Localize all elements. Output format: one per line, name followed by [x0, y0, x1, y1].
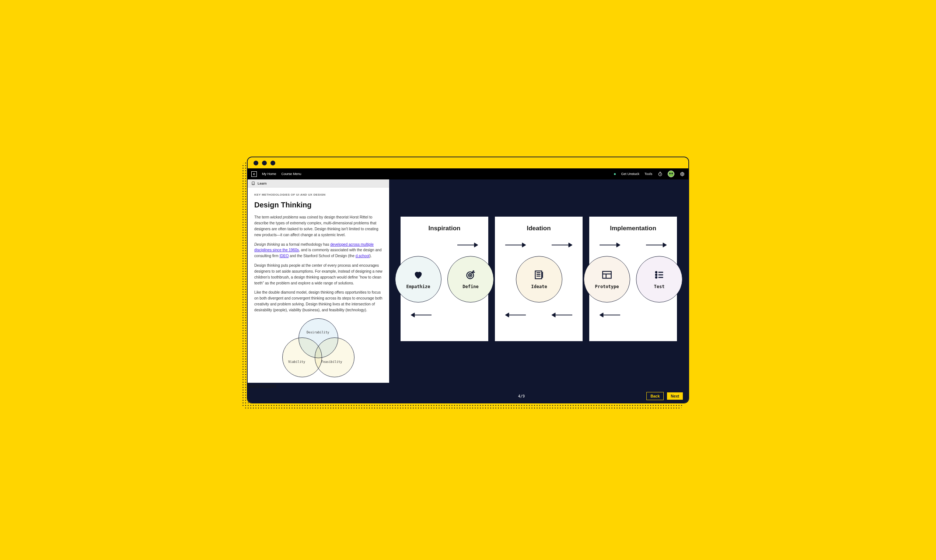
nav-my-home[interactable]: My Home [262, 172, 276, 176]
svg-marker-5 [411, 313, 414, 317]
svg-point-31 [656, 274, 657, 275]
heart-icon [413, 269, 424, 280]
stage-prototype: Prototype [584, 256, 630, 303]
article-para-1: The term wicked problems was coined by d… [254, 214, 382, 238]
book-icon [251, 181, 256, 185]
column-title-ideation: Ideation [495, 225, 583, 232]
svg-point-1 [681, 173, 682, 174]
app-root: c My Home Course Menu Get Unstuck Tools [248, 168, 688, 403]
venn-label-feasibility: Feasibility [321, 360, 342, 365]
stage-label-prototype: Prototype [595, 284, 619, 289]
stage-label-test: Test [654, 284, 665, 289]
nav-tools[interactable]: Tools [645, 172, 652, 176]
notepad-icon [534, 269, 545, 280]
stage-label-ideate: Ideate [531, 284, 547, 289]
arrow-right-icon [552, 242, 572, 249]
venn-label-viability: Viability [288, 360, 305, 365]
checklist-icon [654, 269, 665, 280]
layout-icon [601, 269, 613, 280]
svg-point-8 [470, 275, 471, 275]
article-pane: Learn KEY METHODOLOGIES OF UI AND UX DES… [248, 179, 389, 383]
column-title-inspiration: Inspiration [400, 225, 488, 232]
svg-marker-16 [552, 313, 555, 317]
svg-marker-14 [505, 313, 509, 317]
text: as a formal methodology has [280, 242, 330, 246]
text: and the Stanford School of Design (the [289, 254, 355, 258]
svg-marker-10 [522, 243, 526, 247]
pager-label: 4/9 [397, 394, 647, 398]
column-implementation: Implementation [589, 216, 677, 342]
article-scroll[interactable]: KEY METHODOLOGIES OF UI AND UX DESIGN De… [248, 188, 389, 383]
arrow-left-icon [505, 312, 526, 319]
avatar[interactable] [668, 171, 674, 177]
nav-course-menu[interactable]: Course Menu [282, 172, 302, 176]
column-inspiration: Inspiration Empathize [400, 216, 489, 342]
stage-test: Test [636, 256, 682, 303]
nav-get-unstuck[interactable]: Get Unstuck [621, 172, 639, 176]
arrow-right-icon [505, 242, 526, 249]
link-dschool[interactable]: d.school [356, 254, 369, 258]
logo[interactable]: c [251, 171, 257, 177]
svg-marker-26 [600, 313, 603, 317]
article-title: Design Thinking [254, 199, 382, 211]
term-wicked-problems: wicked problems [271, 215, 299, 219]
link-ideo[interactable]: IDEO [280, 254, 289, 258]
arrow-left-icon [600, 312, 620, 319]
diagram-pane: Inspiration Empathize [389, 179, 688, 383]
article-eyebrow: KEY METHODOLOGIES OF UI AND UX DESIGN [254, 193, 382, 197]
text: The term [254, 215, 271, 219]
svg-marker-12 [569, 243, 572, 247]
arrow-right-icon [600, 242, 620, 249]
window-titlebar [248, 157, 688, 168]
settings-icon[interactable] [679, 171, 685, 177]
svg-point-32 [656, 277, 657, 278]
window-control-zoom[interactable] [271, 161, 275, 165]
venn-label-desirability: Desirability [306, 330, 329, 335]
svg-rect-27 [602, 272, 611, 278]
arrow-left-icon [411, 312, 431, 319]
stage-empathize: Empathize [395, 256, 442, 303]
stage-ideate: Ideate [516, 256, 562, 303]
text: ). [369, 254, 372, 258]
svg-marker-22 [616, 243, 620, 247]
article-para-3: Design thinking puts people at the cente… [254, 263, 382, 286]
term-design-thinking: Design thinking [254, 242, 280, 246]
arrow-right-icon [646, 242, 667, 249]
svg-marker-3 [474, 243, 478, 247]
window-control-close[interactable] [254, 161, 258, 165]
timer-icon[interactable] [657, 171, 663, 177]
article-para-2: Design thinking as a formal methodology … [254, 242, 382, 259]
stage-label-empathize: Empathize [406, 284, 430, 289]
column-title-implementation: Implementation [589, 225, 677, 232]
svg-point-30 [656, 272, 657, 273]
arrow-left-icon [552, 312, 572, 319]
stage-label-define: Define [462, 284, 478, 289]
venn-circle-feasibility [315, 337, 354, 377]
connection-status-icon [614, 173, 616, 175]
target-icon [465, 269, 476, 280]
next-button[interactable]: Next [667, 392, 683, 400]
arrow-right-icon [457, 242, 478, 249]
article-para-4: Like the double diamond model, design th… [254, 289, 382, 313]
svg-marker-24 [663, 243, 667, 247]
back-button[interactable]: Back [647, 392, 664, 400]
browser-window: c My Home Course Menu Get Unstuck Tools [247, 157, 689, 403]
venn-diagram: Desirability Viability Feasibility [254, 318, 382, 377]
tab-learn-label: Learn [257, 182, 267, 185]
stage-define: Define [447, 256, 494, 303]
tab-learn[interactable]: Learn [248, 179, 389, 188]
column-ideation: Ideation [494, 216, 583, 342]
top-nav: c My Home Course Menu Get Unstuck Tools [248, 168, 688, 179]
lesson-footer: 4/9 Back Next [248, 389, 688, 403]
window-control-minimize[interactable] [262, 161, 267, 165]
